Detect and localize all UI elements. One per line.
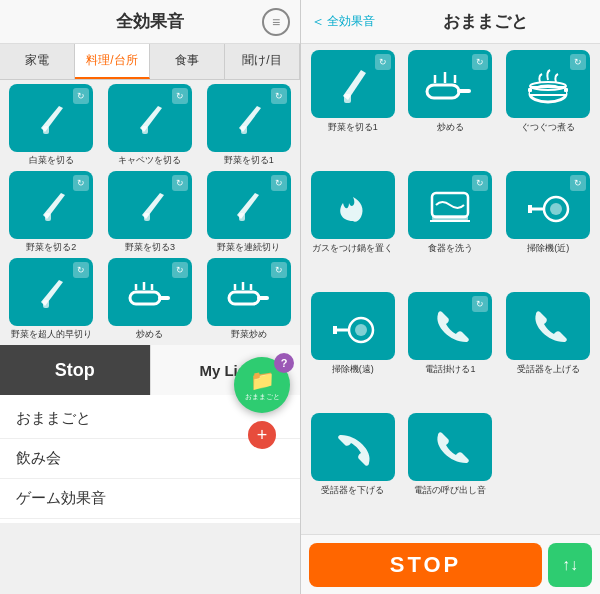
r-sound-label: 電話の呼び出し音 (414, 484, 486, 497)
fab-label: おままごと (245, 392, 280, 402)
dish-icon (428, 185, 472, 225)
knife-icon (333, 64, 373, 104)
r-sound-gas[interactable]: ガスをつけ鍋を置く (307, 171, 399, 286)
tab-home-appliance[interactable]: 家電 (0, 44, 75, 79)
left-title: 全効果音 (116, 10, 184, 33)
refresh-icon: ↻ (271, 88, 287, 104)
knife-icon (229, 98, 269, 138)
phone4-icon (430, 427, 470, 467)
svg-rect-25 (530, 86, 566, 88)
right-title: おままごと (443, 10, 528, 33)
tab-meal[interactable]: 食事 (150, 44, 225, 79)
r-sound-yasai1[interactable]: ↻ 野菜を切る1 (307, 50, 399, 165)
fab-area: 📁 おままごと ? + (234, 357, 290, 449)
back-label: 全効果音 (327, 13, 375, 30)
sound-label: 野菜を超人的早切り (11, 328, 92, 341)
r-sound-label: ガスをつけ鍋を置く (312, 242, 393, 255)
svg-rect-7 (130, 292, 160, 304)
sound-item-yasai2[interactable]: ↻ 野菜を切る2 (4, 171, 99, 254)
svg-rect-13 (257, 296, 269, 300)
refresh-icon: ↻ (271, 262, 287, 278)
r-sound-handset-down[interactable]: 受話器を下げる (307, 413, 399, 528)
phone3-icon (333, 427, 373, 467)
r-sound-label: 受話器を上げる (517, 363, 580, 376)
vacuum-icon2 (331, 306, 375, 346)
sound-label: 野菜を切る3 (125, 241, 175, 254)
sound-label: キャベツを切る (118, 154, 181, 167)
question-badge: ? (274, 353, 294, 373)
right-panel: ＜ 全効果音 おままごと ↻ 野菜を切る1 ↻ (300, 0, 600, 594)
sound-label: 炒める (136, 328, 163, 341)
knife-icon (31, 272, 71, 312)
r-sound-itameru[interactable]: ↻ 炒める (405, 50, 497, 165)
right-grid: ↻ 野菜を切る1 ↻ 炒める ↻ (301, 44, 600, 534)
sound-item-renzokkiri[interactable]: ↻ 野菜を連続切り (201, 171, 296, 254)
refresh-icon: ↻ (375, 54, 391, 70)
r-sound-label: 電話掛ける1 (425, 363, 475, 376)
refresh-icon: ↻ (73, 262, 89, 278)
sound-item-hakusai[interactable]: ↻ 白菜を切る (4, 84, 99, 167)
vacuum-icon (526, 185, 570, 225)
svg-rect-26 (530, 94, 566, 96)
pan-icon (128, 274, 172, 310)
svg-rect-4 (144, 213, 150, 221)
svg-rect-3 (45, 213, 51, 221)
sound-item-kyabetsu[interactable]: ↻ キャベツを切る (103, 84, 198, 167)
sound-item-yasai3[interactable]: ↻ 野菜を切る3 (103, 171, 198, 254)
right-bottom-bar: STOP ↑↓ (301, 534, 600, 594)
sound-item-choujin[interactable]: ↻ 野菜を超人的早切り (4, 258, 99, 341)
refresh-icon: ↻ (472, 54, 488, 70)
tab-other[interactable]: 聞け/目 (225, 44, 300, 79)
refresh-icon: ↻ (172, 262, 188, 278)
sound-label: 白菜を切る (29, 154, 74, 167)
r-sound-handset-up[interactable]: 受話器を上げる (502, 292, 594, 407)
svg-point-34 (550, 203, 562, 215)
sound-item-yasaifry[interactable]: ↻ 野菜炒め (201, 258, 296, 341)
refresh-icon: ↻ (472, 296, 488, 312)
stop-button-right[interactable]: STOP (309, 543, 542, 587)
pan-icon (227, 274, 271, 310)
refresh-icon: ↻ (570, 54, 586, 70)
r-sound-phone1[interactable]: ↻ 電話掛ける1 (405, 292, 497, 407)
refresh-icon: ↻ (73, 88, 89, 104)
r-sound-label: 受話器を下げる (321, 484, 384, 497)
stop-button[interactable]: Stop (0, 345, 150, 395)
svg-rect-1 (142, 126, 148, 134)
pot-icon (526, 64, 570, 104)
right-header: ＜ 全効果音 おままごと (301, 0, 600, 44)
r-sound-dishwash[interactable]: ↻ 食器を洗う (405, 171, 497, 286)
sort-button[interactable]: ↑↓ (548, 543, 592, 587)
knife-icon (229, 185, 269, 225)
svg-point-36 (355, 324, 367, 336)
left-header: 全効果音 ≡ (0, 0, 300, 44)
svg-rect-5 (239, 213, 245, 221)
flame-icon (331, 183, 375, 227)
sound-item-itameru[interactable]: ↻ 炒める (103, 258, 198, 341)
sound-item-yasai1[interactable]: ↻ 野菜を切る1 (201, 84, 296, 167)
sound-label: 野菜炒め (231, 328, 267, 341)
knife-icon (31, 98, 71, 138)
tab-cooking[interactable]: 料理/台所 (75, 44, 150, 79)
right-title-container: おままごと (381, 10, 590, 33)
back-button[interactable]: ＜ 全効果音 (311, 13, 375, 31)
svg-rect-2 (241, 126, 247, 134)
r-sound-vacuum-near[interactable]: ↻ 掃除機(近) (502, 171, 594, 286)
phone-icon (430, 306, 470, 346)
knife-icon (130, 98, 170, 138)
list-item-game[interactable]: ゲーム効果音 (0, 479, 300, 519)
svg-rect-8 (158, 296, 170, 300)
r-sound-ring[interactable]: 電話の呼び出し音 (405, 413, 497, 528)
refresh-icon: ↻ (472, 175, 488, 191)
refresh-icon: ↻ (73, 175, 89, 191)
pan-icon (425, 65, 475, 103)
left-panel: 全効果音 ≡ 家電 料理/台所 食事 聞け/目 ↻ 白菜を切る ↻ キャベツを切… (0, 0, 300, 594)
fab-plus-button[interactable]: + (248, 421, 276, 449)
sound-label: 野菜を連続切り (217, 241, 280, 254)
r-sound-label: 掃除機(近) (527, 242, 569, 255)
svg-rect-6 (43, 300, 49, 308)
r-sound-label: 食器を洗う (428, 242, 473, 255)
r-sound-vacuum-far[interactable]: 掃除機(遠) (307, 292, 399, 407)
r-sound-gutsu[interactable]: ↻ ぐつぐつ煮る (502, 50, 594, 165)
menu-button[interactable]: ≡ (262, 8, 290, 36)
sound-label: 野菜を切る1 (224, 154, 274, 167)
